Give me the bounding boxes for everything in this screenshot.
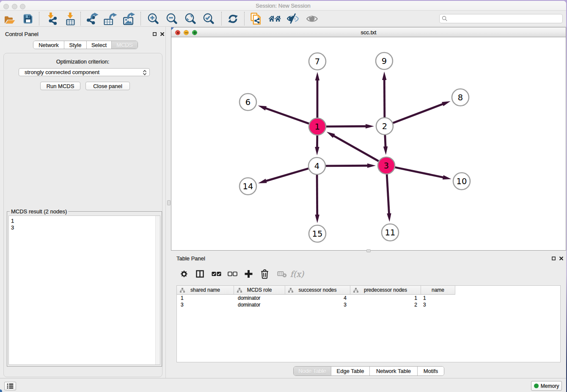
graph-node-8[interactable]: 8 <box>452 89 469 106</box>
graph-node-1[interactable]: 1 <box>309 118 326 135</box>
toolbar-button-refresh[interactable] <box>226 13 240 25</box>
node-label-serif-foot <box>244 188 247 189</box>
edge-2-3[interactable] <box>385 135 385 147</box>
control-panel-float-button[interactable] <box>151 31 157 37</box>
table-cell: dominator <box>238 295 260 301</box>
node-label-serif-foot <box>386 235 389 235</box>
toolbar-button-import-table[interactable] <box>63 13 77 25</box>
toolbar-button-import-network[interactable] <box>44 13 59 25</box>
tab-style[interactable]: Style <box>64 41 87 49</box>
table-row[interactable]: 1dominator411 <box>177 295 560 301</box>
zoom-selected-icon <box>203 13 214 24</box>
node-label-serif-foot <box>316 129 319 130</box>
edge-4-14[interactable] <box>265 168 308 181</box>
table-tab-network-table[interactable]: Network Table <box>370 367 418 375</box>
graph-node-4[interactable]: 4 <box>308 157 325 174</box>
table-toolbar-button-gear[interactable] <box>177 265 191 283</box>
arrowhead-4-15 <box>315 215 319 223</box>
graph-node-11[interactable]: 11 <box>382 224 399 241</box>
toolbar-button-open-folder[interactable] <box>2 13 17 25</box>
edge-1-2[interactable] <box>326 126 366 127</box>
export-image-icon <box>123 12 135 25</box>
table-panel-title: Table Panel <box>176 255 205 262</box>
column-header-shared-name[interactable]: shared name <box>177 286 234 295</box>
table-panel-tabs: Node TableEdge TableNetwork TableMotifs <box>293 366 444 376</box>
edge-2-8[interactable] <box>393 104 443 123</box>
trash-icon <box>260 269 270 279</box>
control-panel-close-button[interactable] <box>159 31 165 37</box>
toolbar-button-zoom-selected[interactable] <box>201 13 216 25</box>
table-panel-close-button[interactable] <box>558 255 564 261</box>
toolbar-button-show-eye[interactable] <box>305 13 319 25</box>
app-titlebar[interactable]: Session: New Session <box>0 1 566 11</box>
toolbar-button-hide-eye[interactable] <box>286 13 300 25</box>
task-history-button[interactable] <box>4 382 16 390</box>
graph-node-10[interactable]: 10 <box>453 173 470 190</box>
table-toolbar-button-checked-pair[interactable] <box>209 265 223 283</box>
toolbar-button-export-image[interactable] <box>122 13 136 25</box>
mcds-result-legend: MCDS result (2 nodes) <box>10 208 68 215</box>
mcds-result-textarea[interactable]: 1 3 <box>8 215 160 365</box>
table-toolbar-button-unchecked-pair[interactable] <box>225 265 239 283</box>
save-icon <box>23 14 33 24</box>
table-tab-motifs[interactable]: Motifs <box>418 367 444 375</box>
graph-node-2[interactable]: 2 <box>376 118 393 135</box>
graph-node-6[interactable]: 6 <box>239 94 256 110</box>
edge-3-1[interactable] <box>333 135 378 161</box>
node-label-14: 14 <box>243 182 253 191</box>
horizontal-splitter-handle[interactable] <box>366 249 371 252</box>
arrowhead-1-6 <box>258 105 267 110</box>
memory-status-dot <box>534 384 539 388</box>
toolbar-button-network-file[interactable] <box>249 13 263 25</box>
graph-node-7[interactable]: 7 <box>309 53 326 70</box>
edge-3-10[interactable] <box>395 167 444 177</box>
column-header-successor-nodes[interactable]: successor nodes <box>285 286 350 295</box>
optimization-criterion-select[interactable]: strongly connected component <box>19 68 150 76</box>
tab-network[interactable]: Network <box>33 41 64 49</box>
column-header-MCDS-role[interactable]: MCDS role <box>234 286 285 295</box>
mcds-result-scrollbar[interactable] <box>155 216 160 364</box>
table-tab-node-table[interactable]: Node Table <box>294 367 331 375</box>
graph-node-15[interactable]: 15 <box>309 225 326 242</box>
edge-2-9[interactable] <box>384 79 385 117</box>
search-input[interactable] <box>439 14 563 23</box>
column-header-name[interactable]: name <box>421 286 455 295</box>
toolbar-button-homes[interactable] <box>267 13 282 25</box>
toolbar-button-zoom-in[interactable] <box>146 13 160 25</box>
tab-mcds[interactable]: MCDS <box>112 41 138 49</box>
table-toolbar-button-plus[interactable] <box>242 265 256 283</box>
table-toolbar-button-columns[interactable] <box>193 265 207 283</box>
graph-node-3[interactable]: 3 <box>378 157 395 174</box>
edge-4-15[interactable] <box>317 175 317 215</box>
edge-4-3[interactable] <box>326 166 368 166</box>
node-label-11: 11 <box>385 228 396 237</box>
toolbar-button-zoom-fit[interactable] <box>183 13 198 25</box>
run-mcds-button[interactable]: Run MCDS <box>40 82 80 90</box>
table-row[interactable]: 3dominator323 <box>177 301 560 308</box>
network-window-title: scc.txt <box>171 29 566 36</box>
network-window-titlebar[interactable]: scc.txt <box>171 28 566 37</box>
tab-select[interactable]: Select <box>87 41 112 49</box>
mcds-result-fieldset: MCDS result (2 nodes) 1 3 <box>7 211 162 367</box>
memory-button[interactable]: Memory <box>531 381 562 391</box>
table-toolbar-button-trash[interactable] <box>258 265 272 283</box>
toolbar-button-zoom-out[interactable] <box>165 13 179 25</box>
arrowhead-2-3 <box>383 146 388 155</box>
arrowhead-3-10 <box>443 175 451 179</box>
table-panel-float-button[interactable] <box>550 255 556 261</box>
edge-3-11[interactable] <box>387 174 389 214</box>
close-panel-button[interactable]: Close panel <box>85 82 130 90</box>
arrowhead-4-14 <box>258 179 267 183</box>
edge-1-6[interactable] <box>265 108 309 124</box>
application-window: Session: New Session <box>0 1 566 392</box>
toolbar-button-save[interactable] <box>21 13 35 25</box>
graph-node-14[interactable]: 14 <box>239 178 256 195</box>
node-table-header: shared name MCDS role successor nodes pr… <box>177 286 560 295</box>
toolbar-button-export-network[interactable] <box>85 13 99 25</box>
vertical-splitter-handle[interactable] <box>167 200 171 205</box>
network-graph-canvas[interactable]: 7968124314101511 <box>171 37 566 251</box>
graph-node-9[interactable]: 9 <box>376 52 393 69</box>
table-tab-edge-table[interactable]: Edge Table <box>331 367 370 375</box>
column-header-predecessor-nodes[interactable]: predecessor nodes <box>350 286 421 295</box>
toolbar-button-export-table[interactable] <box>103 13 118 25</box>
